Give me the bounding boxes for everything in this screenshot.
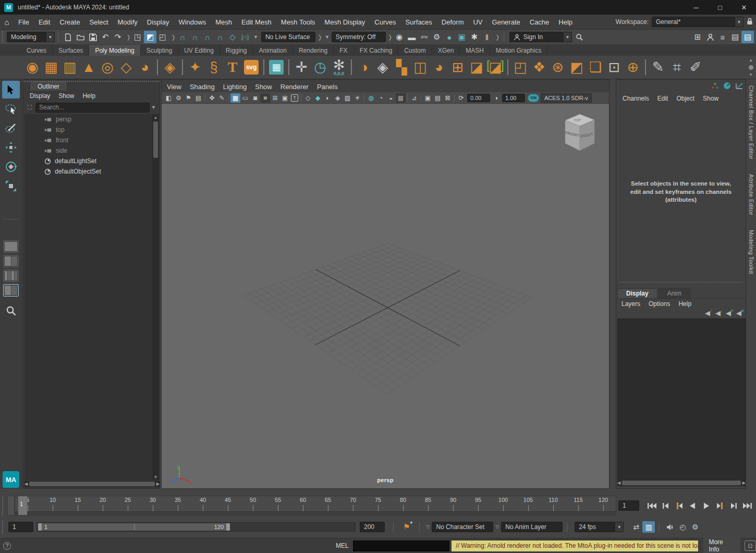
shelf-tab-uv-editing[interactable]: UV Editing [178,45,220,56]
outliner-filter-icon[interactable]: ⛶ [26,104,34,111]
snap-view-plane-icon[interactable]: ◇ [226,31,239,43]
viewport-menu-shading[interactable]: Shading [186,81,219,92]
layer-new-empty-icon[interactable]: ◀+ [726,309,731,317]
anim-layer-arrow-icon[interactable]: ▽ [495,524,499,530]
user-avatar[interactable]: MA [3,471,19,488]
make-live-icon[interactable]: [∩] [239,31,251,43]
layer-list[interactable] [617,318,746,480]
vp-grid-icon[interactable]: ▦ [230,93,240,103]
workspace-select[interactable]: General* [652,17,735,27]
shelf-scroll-up-icon[interactable]: ▲ [749,57,753,63]
help-icon[interactable]: ? [3,542,11,550]
modeling-toolkit-toggle-icon[interactable]: ⊞ [691,31,704,43]
poly-helix-icon[interactable]: § [204,57,223,78]
vp-bookmark-icon[interactable]: ⚑ [184,93,193,103]
redo-icon[interactable]: ↷ [112,31,124,43]
vp-motion-blur-icon[interactable]: ◔ [376,93,386,103]
scroll-up-icon[interactable]: ▲ [154,114,158,120]
open-scene-icon[interactable] [74,31,87,43]
script-editor-icon[interactable]: {;} [745,540,756,551]
range-end-handle[interactable] [226,523,230,531]
vp-resolution-gate-icon[interactable]: ◙ [250,93,260,103]
menu-uv[interactable]: UV [468,15,487,30]
boolean-icon[interactable]: ◪ [467,57,486,78]
timeline-ruler[interactable]: 5101520253035404550556065707580859095100… [15,496,616,515]
time-editor-icon[interactable]: ▥ [642,521,655,533]
construction-plane-icon[interactable]: ✛ [292,57,311,78]
go-to-start-button[interactable] [645,499,659,512]
select-hierarchy-icon[interactable]: ◳ [131,31,144,43]
perspective-viewport[interactable]: ViewShadingLightingShowRendererPanels ◧⚙… [161,79,609,489]
menu-mesh-display[interactable]: Mesh Display [320,15,370,30]
vp-image-plane-icon[interactable]: ▤ [193,93,203,103]
character-set-arrow-icon[interactable]: ▽ [426,524,430,530]
shelf-tab-motion-graphics[interactable]: Motion Graphics [490,45,547,56]
close-button[interactable]: ✕ [732,0,756,15]
vp-isolate-select-icon[interactable]: ⊿ [409,93,419,103]
menu-set-select[interactable]: Modeling [7,32,46,42]
vp-crop-icon[interactable]: ⊠ [443,93,453,103]
shelf-tab-custom[interactable]: Custom [398,45,432,56]
viewport-menu-renderer[interactable]: Renderer [276,81,313,92]
viewport-menu-show[interactable]: Show [251,81,276,92]
reset-transform-icon[interactable]: ◷ [311,57,330,78]
menu-edit-mesh[interactable]: Edit Mesh [237,15,276,30]
shelf-tab-fx-caching[interactable]: FX Caching [354,45,399,56]
scroll-left-icon[interactable]: ◀ [617,480,620,486]
current-frame-marker[interactable]: 1 [18,496,27,515]
layer-editor-menu-help[interactable]: Help [674,299,696,309]
vp-wireframe-icon[interactable]: ◇ [303,93,313,103]
vp-grease-pencil-icon[interactable]: ✎ [217,93,227,103]
outliner-item-front[interactable]: front [25,135,153,145]
poly-cube-icon[interactable]: ▦ [42,57,60,78]
loop-mode-icon[interactable]: ⇄ [630,521,642,533]
current-frame-field[interactable]: 1 [618,500,639,511]
vp-gamma-icon[interactable]: ◑ [491,93,501,103]
command-input[interactable] [353,540,450,551]
playback-range-bar[interactable]: 1 120 [38,523,230,531]
symmetry-field[interactable]: Symmetry: Off [332,32,386,42]
shelf-tab-surfaces[interactable]: Surfaces [53,45,89,56]
bookmark-button[interactable]: ⚑+ [403,522,410,532]
shelf-tab-rendering[interactable]: Rendering [293,45,334,56]
shelf-tab-sculpting[interactable]: Sculpting [141,45,178,56]
side-tab-modeling-toolkit[interactable]: Modeling Toolkit [748,230,754,274]
sculpt-mesh-icon[interactable]: ⊕ [624,57,642,78]
snap-to-origin-icon[interactable]: ✻0,0,0 [330,57,348,78]
snap-curve-icon[interactable]: ∩ [189,31,201,43]
workspace-dropdown-arrow-icon[interactable]: ▼ [735,17,743,27]
outliner-horizontal-scrollbar[interactable]: ◀ ▶ [25,481,160,487]
channel-box-toggle-icon[interactable]: ≡ [716,31,729,43]
graph-editor-icon[interactable] [735,82,743,90]
ipr-render-icon[interactable]: IPR [418,31,431,43]
outliner-menu-show[interactable]: Show [54,91,78,101]
layer-editor-tab-display[interactable]: Display [617,288,657,298]
vp-textured-icon[interactable]: ◐ [323,93,333,103]
menu-mesh-tools[interactable]: Mesh Tools [276,15,320,30]
live-surface-field[interactable]: No Live Surface [261,32,315,42]
menu-generate[interactable]: Generate [487,15,525,30]
scroll-down-icon[interactable]: ▼ [154,474,158,480]
layer-new-from-selected-icon[interactable]: ◀● [736,309,741,317]
poly-cone-icon[interactable]: ▲ [79,57,98,78]
render-view-icon[interactable]: ◉ [393,31,406,43]
bevel-icon[interactable]: ❖ [530,57,548,78]
shelf-tab-animation[interactable]: Animation [253,45,293,56]
svg-tool-icon[interactable]: svg [242,57,261,78]
menu-create[interactable]: Create [55,15,84,30]
shelf-tab-mash[interactable]: MASH [460,45,490,56]
hypershade-icon[interactable]: ● [443,31,456,43]
minimize-button[interactable]: ─ [684,0,708,15]
paint-select-tool[interactable] [2,119,20,137]
channel-stats-icon[interactable] [711,82,719,89]
range-start-handle[interactable] [38,523,42,531]
scroll-left-icon[interactable]: ◀ [25,481,28,487]
shelf-tab-xgen[interactable]: XGen [432,45,460,56]
tool-settings-toggle-icon[interactable]: ▤ [741,31,754,43]
vp-2d-pan-zoom-icon[interactable]: ✥ [207,93,217,103]
anim-layer-field[interactable]: No Anim Layer [501,522,563,532]
scroll-thumb[interactable] [153,121,158,158]
side-tab-channel-box-layer-editor[interactable]: Channel Box / Layer Editor [748,85,754,159]
menu-set-dropdown-arrow-icon[interactable]: ▼ [46,32,55,42]
viewport-menu-lighting[interactable]: Lighting [219,81,251,92]
